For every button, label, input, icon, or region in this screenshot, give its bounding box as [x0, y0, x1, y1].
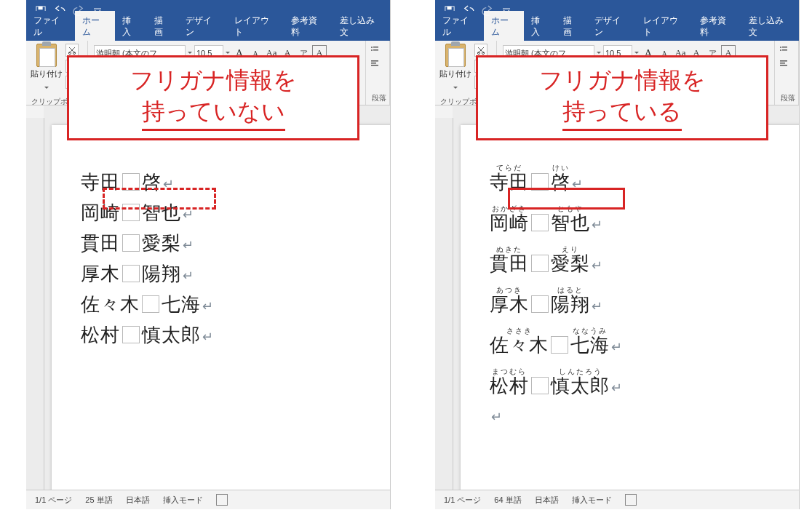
return-icon: ↵ — [491, 409, 502, 425]
return-icon: ↵ — [592, 298, 602, 314]
status-word-count[interactable]: 64 単語 — [494, 495, 521, 506]
return-icon: ↵ — [202, 329, 213, 345]
annotation-line2: 持っている — [562, 96, 682, 131]
document-page[interactable]: てらだ寺田けい啓↵ おかざき岡崎ともや智也↵ ぬきた貫田えり愛梨↵ あつき厚木は… — [461, 125, 799, 490]
status-word-count[interactable]: 25 単語 — [85, 495, 112, 506]
annotation-line1: フリガナ情報を — [539, 67, 706, 93]
status-page[interactable]: 1/1 ページ — [35, 495, 72, 506]
redo-icon[interactable] — [71, 4, 86, 18]
paragraph-group-label: 段落 — [369, 93, 389, 103]
paste-button[interactable]: 貼り付け — [439, 44, 471, 95]
status-bar: 1/1 ページ 25 単語 日本語 挿入モード — [26, 490, 390, 509]
tab-mailings[interactable]: 差し込み文 — [333, 11, 390, 41]
chevron-down-icon[interactable] — [44, 81, 49, 95]
document-page[interactable]: てらだ寺田けい啓↵ おかざき岡崎ともや智也↵ ぬきた貫田えり愛梨↵ あつき厚木は… — [52, 125, 390, 490]
svg-point-4 — [68, 52, 71, 54]
ribbon-tabs: ファイル ホーム 挿入 描画 デザイン レイアウト 参考資料 差し込み文 — [435, 22, 799, 41]
document-scroll[interactable]: てらだ寺田けい啓↵ おかざき岡崎ともや智也↵ ぬきた貫田えり愛梨↵ あつき厚木は… — [453, 118, 799, 490]
text-line: あつき厚木はると陽翔↵ — [490, 287, 795, 314]
annotation-box-left: フリガナ情報を 持っていない — [67, 55, 359, 140]
svg-rect-18 — [447, 7, 452, 9]
svg-point-10 — [371, 47, 373, 48]
svg-rect-32 — [780, 63, 785, 64]
paste-button[interactable]: 貼り付け — [31, 44, 63, 95]
status-language[interactable]: 日本語 — [535, 495, 559, 506]
document-area: てらだ寺田けい啓↵ おかざき岡崎ともや智也↵ ぬきた貫田えり愛梨↵ あつき厚木は… — [435, 118, 799, 490]
annotation-dashed-highlight — [103, 188, 216, 210]
bullets-icon[interactable] — [369, 44, 381, 55]
svg-rect-33 — [780, 65, 787, 66]
return-icon: ↵ — [183, 237, 194, 253]
status-language[interactable]: 日本語 — [126, 495, 150, 506]
svg-rect-31 — [780, 60, 787, 62]
text-line: ぬきた貫田えり愛梨↵ — [81, 234, 386, 253]
document-scroll[interactable]: てらだ寺田けい啓↵ おかざき岡崎ともや智也↵ ぬきた貫田えり愛梨↵ あつき厚木は… — [44, 118, 390, 490]
svg-point-22 — [482, 52, 484, 54]
svg-rect-11 — [373, 47, 378, 48]
word-window-left: ファイル ホーム 挿入 描画 デザイン レイアウト 参考資料 差し込み文 貼り付… — [26, 0, 391, 509]
tab-layout[interactable]: レイアウト — [636, 11, 693, 41]
fullwidth-space-icon — [142, 295, 159, 313]
fullwidth-space-icon — [122, 234, 140, 252]
return-icon: ↵ — [202, 298, 213, 314]
ruler-vertical — [435, 118, 453, 490]
svg-point-5 — [73, 52, 75, 54]
tab-file[interactable]: ファイル — [435, 11, 484, 41]
svg-rect-30 — [782, 49, 787, 51]
tab-layout[interactable]: レイアウト — [227, 11, 284, 41]
tab-draw[interactable]: 描画 — [556, 11, 587, 41]
return-icon: ↵ — [611, 380, 622, 396]
tab-insert[interactable]: 挿入 — [524, 11, 555, 41]
svg-rect-14 — [371, 60, 378, 62]
fullwidth-space-icon — [531, 255, 549, 272]
fullwidth-space-icon — [551, 336, 568, 354]
word-window-right: ファイル ホーム 挿入 描画 デザイン レイアウト 参考資料 差し込み文 貼り付… — [435, 0, 800, 509]
fullwidth-space-icon — [531, 377, 549, 394]
tab-design[interactable]: デザイン — [178, 11, 227, 41]
fullwidth-space-icon — [531, 295, 549, 313]
svg-rect-13 — [373, 49, 378, 51]
align-icon[interactable] — [369, 57, 381, 69]
status-page[interactable]: 1/1 ページ — [444, 495, 481, 506]
tab-mailings[interactable]: 差し込み文 — [741, 11, 799, 41]
status-mode[interactable]: 挿入モード — [572, 495, 612, 506]
svg-rect-15 — [371, 63, 376, 64]
annotation-line1: フリガナ情報を — [130, 67, 297, 93]
macro-record-icon[interactable] — [625, 494, 637, 506]
paragraph-group: 段落 — [775, 41, 799, 105]
annotation-line2: 持っていない — [142, 96, 285, 131]
tab-insert[interactable]: 挿入 — [115, 11, 146, 41]
document-area: てらだ寺田けい啓↵ おかざき岡崎ともや智也↵ ぬきた貫田えり愛梨↵ あつき厚木は… — [26, 118, 390, 490]
text-line: まつむら松村しんたろう慎太郎↵ — [81, 326, 386, 345]
svg-point-29 — [780, 49, 781, 51]
tab-references[interactable]: 参考資料 — [693, 11, 741, 41]
status-mode[interactable]: 挿入モード — [163, 495, 203, 506]
return-icon: ↵ — [592, 217, 602, 233]
tab-file[interactable]: ファイル — [26, 11, 75, 41]
svg-rect-28 — [782, 47, 787, 48]
text-line: あつき厚木はると陽翔↵ — [81, 265, 386, 284]
tab-draw[interactable]: 描画 — [147, 11, 178, 41]
fullwidth-space-icon — [531, 214, 549, 231]
status-bar: 1/1 ページ 64 単語 日本語 挿入モード — [435, 490, 799, 509]
paste-label: 貼り付け — [31, 68, 63, 79]
align-icon[interactable] — [778, 57, 789, 69]
return-icon: ↵ — [183, 268, 194, 284]
fullwidth-space-icon — [122, 265, 140, 282]
text-line: ぬきた貫田えり愛梨↵ — [490, 246, 795, 274]
ribbon-tabs: ファイル ホーム 挿入 描画 デザイン レイアウト 参考資料 差し込み文 — [26, 22, 390, 41]
redo-icon[interactable] — [480, 4, 495, 18]
svg-point-21 — [477, 52, 479, 54]
tab-design[interactable]: デザイン — [587, 11, 636, 41]
ruler-vertical — [26, 118, 44, 490]
chevron-down-icon[interactable] — [453, 81, 458, 95]
text-line: まつむら松村しんたろう慎太郎↵ — [490, 368, 795, 396]
paste-label: 貼り付け — [439, 68, 471, 79]
fullwidth-space-icon — [122, 326, 140, 343]
text-line: ↵ — [490, 409, 795, 425]
tab-references[interactable]: 参考資料 — [284, 11, 333, 41]
bullets-icon[interactable] — [778, 44, 789, 55]
svg-point-12 — [371, 49, 373, 51]
macro-record-icon[interactable] — [216, 494, 228, 506]
svg-rect-16 — [371, 65, 378, 66]
